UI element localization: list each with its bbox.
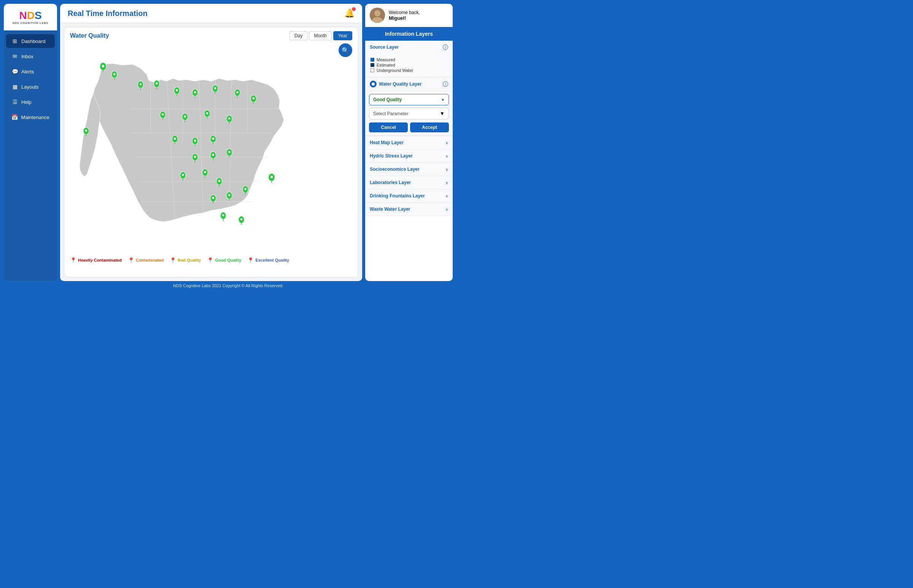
sidebar-item-maintenance[interactable]: 📅 Maintenance (6, 110, 55, 124)
radio-inner (372, 82, 375, 86)
time-btn-year[interactable]: Year (333, 31, 352, 40)
water-quality-info-icon[interactable]: i (443, 81, 448, 87)
measured-indicator (370, 58, 374, 61)
inbox-icon: ✉ (11, 53, 18, 59)
sidebar: NDS NDS COGNITIVE LABS ⊞ Dashboard ✉ Inb… (4, 4, 57, 281)
map-legend: 📍 Heavily Contaminated 📍 Contaminated 📍 … (70, 255, 352, 264)
svg-point-29 (194, 91, 196, 93)
svg-point-98 (241, 218, 242, 220)
user-header: Welcome back, Miguel! (365, 4, 453, 27)
parameter-dropdown-arrow: ▼ (440, 111, 445, 116)
hydric-stress-title-row[interactable]: Hydric Stress Layer ∨ (365, 149, 453, 162)
maintenance-icon: 📅 (11, 114, 18, 120)
socioeconomics-chevron: ∨ (446, 167, 448, 171)
legend-pin-excellent: 📍 (247, 257, 254, 263)
map-header: Water Quality Day Month Year (70, 31, 352, 40)
svg-point-65 (194, 155, 196, 157)
heat-map-chevron: ∨ (446, 141, 448, 145)
hydric-stress-chevron: ∨ (446, 154, 448, 158)
source-layer-title: Source Layer (370, 45, 399, 50)
svg-point-35 (236, 91, 238, 93)
notification-bell[interactable]: 🔔 (344, 8, 355, 18)
sidebar-item-help[interactable]: ☰ Help (6, 95, 55, 109)
map-search-button[interactable]: 🔍 (339, 44, 352, 57)
sidebar-item-layouts[interactable]: ▦ Layouts (6, 80, 55, 94)
map-title: Water Quality (70, 32, 109, 39)
svg-point-53 (228, 118, 230, 120)
legend-good-quality: 📍 Good Quality (207, 257, 241, 263)
parameter-dropdown[interactable]: Select Parameter ▼ (369, 108, 449, 120)
svg-point-32 (214, 87, 216, 89)
source-layer-info-icon[interactable]: i (443, 45, 448, 50)
source-layer-section: Source Layer i Measured Estimated (365, 41, 453, 78)
legend-contaminated: 📍 Contaminated (128, 257, 163, 263)
time-filters: Day Month Year (289, 31, 352, 40)
svg-point-56 (174, 138, 176, 140)
source-layer-content: Measured Estimated Underground Water (365, 53, 453, 77)
water-quality-radio[interactable] (370, 81, 377, 87)
waste-water-title-row[interactable]: Waste Water Layer ∨ (365, 203, 453, 216)
laboratories-title-row[interactable]: Laboratories Layer ∨ (365, 176, 453, 189)
svg-point-17 (113, 73, 115, 75)
time-btn-month[interactable]: Month (309, 31, 331, 40)
main-header: Real Time Information 🔔 (60, 4, 362, 23)
svg-point-41 (85, 130, 87, 132)
underground-indicator (370, 68, 374, 72)
mexico-map-svg (70, 44, 352, 255)
sidebar-item-inbox[interactable]: ✉ Inbox (6, 49, 55, 63)
drinking-fountains-chevron: ∨ (446, 194, 448, 198)
drinking-fountains-title-row[interactable]: Drinking Fountains Layer ∨ (365, 189, 453, 202)
waste-water-chevron: ∨ (446, 207, 448, 212)
heat-map-layer-section: Heat Map Layer ∨ (365, 136, 453, 149)
legend-pin-bad: 📍 (170, 257, 176, 263)
sidebar-label-inbox: Inbox (21, 53, 34, 59)
svg-point-77 (204, 171, 206, 173)
username: Miguel! (389, 15, 420, 21)
sidebar-item-alerts[interactable]: 💬 Alerts (6, 65, 55, 78)
sidebar-label-alerts: Alerts (21, 69, 34, 74)
quality-dropdown-text: Good Quality (373, 97, 402, 102)
page-title: Real Time Information (68, 9, 148, 18)
alerts-icon: 💬 (11, 68, 18, 74)
quality-dropdown-arrow: ▼ (441, 98, 445, 102)
svg-point-47 (184, 115, 186, 117)
socioeconomics-title-row[interactable]: Socioeconomics Layer ∨ (365, 163, 453, 176)
legend-heavily-contaminated: 📍 Heavily Contaminated (70, 257, 122, 263)
svg-point-14 (102, 65, 104, 67)
notification-badge (352, 7, 356, 11)
waste-water-title: Waste Water Layer (370, 207, 410, 212)
svg-point-62 (212, 138, 214, 140)
time-btn-day[interactable]: Day (289, 31, 307, 40)
logo-s: S (35, 10, 42, 21)
laboratories-chevron: ∨ (446, 181, 448, 185)
avatar (370, 8, 385, 23)
layers-header: Information Layers (365, 27, 453, 41)
source-layer-title-row[interactable]: Source Layer i (365, 41, 453, 53)
footer-text: NDS Cognitive Labs 2021 Copyright © All … (173, 283, 283, 288)
svg-point-71 (228, 151, 230, 153)
svg-point-23 (155, 82, 157, 84)
cancel-button[interactable]: Cancel (369, 123, 408, 132)
logo-area: NDS NDS COGNITIVE LABS (4, 4, 57, 31)
logo-n: N (19, 10, 27, 21)
help-icon: ☰ (11, 99, 18, 105)
water-quality-layer-row[interactable]: Water Quality Layer i (365, 78, 453, 91)
accept-button[interactable]: Accept (410, 123, 449, 132)
svg-point-80 (218, 180, 220, 182)
heat-map-title-row[interactable]: Heat Map Layer ∨ (365, 136, 453, 149)
svg-point-26 (176, 89, 178, 91)
svg-point-38 (253, 97, 254, 99)
legend-estimated: Estimated (370, 63, 448, 67)
heat-map-title: Heat Map Layer (370, 140, 404, 145)
estimated-indicator (370, 63, 374, 67)
drinking-fountains-title: Drinking Fountains Layer (370, 193, 425, 199)
laboratories-section: Laboratories Layer ∨ (365, 176, 453, 189)
legend-pin-good: 📍 (207, 257, 213, 263)
sidebar-item-dashboard[interactable]: ⊞ Dashboard (6, 34, 55, 48)
hydric-stress-title: Hydric Stress Layer (370, 153, 413, 158)
main-content: Real Time Information 🔔 Water Quality Da… (60, 4, 362, 281)
legend-pin-contaminated: 📍 (128, 257, 134, 263)
quality-dropdown[interactable]: Good Quality ▼ (369, 94, 449, 105)
svg-point-101 (374, 10, 380, 16)
sidebar-label-maintenance: Maintenance (21, 115, 50, 120)
